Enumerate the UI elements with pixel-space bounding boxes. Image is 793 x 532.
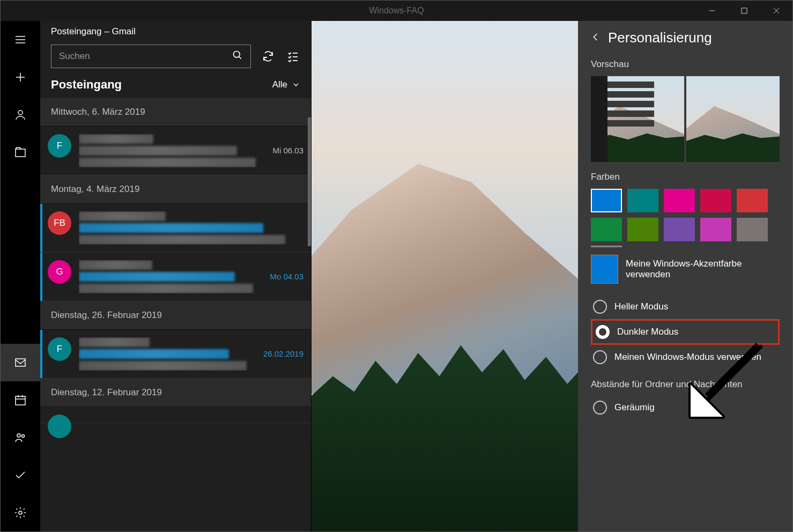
account-title: Posteingang – Gmail [51, 26, 300, 37]
message-list[interactable]: Mittwoch, 6. März 2019FMi 06.03Montag, 4… [40, 98, 311, 531]
radio-icon [593, 300, 607, 314]
mode-option-light[interactable]: Heller Modus [591, 294, 780, 319]
message-row[interactable] [40, 407, 311, 423]
svg-rect-12 [16, 396, 25, 405]
preview-label: Vorschau [591, 59, 780, 70]
date-header: Montag, 4. März 2019 [40, 175, 311, 204]
accounts-icon[interactable] [1, 96, 40, 134]
search-icon[interactable] [232, 50, 243, 63]
message-preview [79, 211, 296, 245]
color-swatch[interactable] [700, 218, 731, 241]
maximize-button[interactable] [728, 1, 760, 21]
settings-icon[interactable] [1, 494, 40, 531]
search-box[interactable] [51, 45, 251, 68]
inbox-title: Posteingang [51, 78, 122, 92]
reading-pane-background [312, 21, 578, 531]
avatar: G [48, 260, 71, 284]
mode-label: Dunkler Modus [617, 327, 678, 337]
todo-icon[interactable] [1, 456, 40, 494]
mode-label: Heller Modus [614, 301, 668, 312]
folders-icon[interactable] [1, 134, 40, 171]
message-row[interactable]: F26.02.2019 [40, 330, 311, 379]
color-swatch[interactable] [700, 189, 731, 212]
chevron-down-icon [292, 80, 300, 89]
sync-icon[interactable] [261, 49, 276, 64]
color-swatch[interactable] [737, 189, 768, 212]
people-icon[interactable] [1, 419, 40, 456]
filter-dropdown[interactable]: Alle [272, 79, 300, 90]
date-header: Dienstag, 26. Februar 2019 [40, 301, 311, 330]
menu-icon[interactable] [1, 21, 40, 58]
list-header: Posteingang – Gmail Posteingang Alle [40, 21, 311, 98]
search-input[interactable] [59, 51, 232, 62]
color-swatch[interactable] [591, 218, 622, 241]
color-grid [591, 189, 780, 241]
color-swatch[interactable] [591, 189, 622, 212]
svg-point-9 [18, 110, 23, 115]
svg-point-16 [17, 434, 20, 437]
app-window: Windows-FAQ [0, 0, 793, 532]
message-date: Mo 04.03 [270, 272, 303, 281]
color-swatch[interactable] [737, 218, 768, 241]
preview [591, 76, 780, 162]
mail-icon[interactable] [1, 344, 40, 381]
select-mode-icon[interactable] [285, 49, 300, 64]
date-header: Mittwoch, 6. März 2019 [40, 98, 311, 127]
color-swatch[interactable] [627, 218, 658, 241]
svg-rect-1 [742, 8, 747, 13]
color-swatch[interactable] [627, 189, 658, 212]
radio-icon [593, 350, 607, 364]
preview-image [686, 76, 780, 162]
svg-line-20 [239, 57, 241, 59]
window-controls [696, 1, 792, 21]
message-row[interactable]: GMo 04.03 [40, 253, 311, 301]
accent-option[interactable]: Meine Windows-Akzentfarbe verwenden [591, 255, 780, 284]
filter-label: Alle [272, 79, 287, 90]
message-row[interactable]: FB [40, 204, 311, 253]
accent-underline [591, 246, 622, 247]
titlebar: Windows-FAQ [1, 1, 792, 21]
message-row[interactable]: FMi 06.03 [40, 127, 311, 175]
message-preview [79, 134, 265, 167]
color-swatch[interactable] [664, 189, 695, 212]
svg-point-18 [19, 511, 22, 514]
message-list-pane: Posteingang – Gmail Posteingang Alle [40, 21, 312, 531]
settings-pane: Personalisierung Vorschau Farben Meine W… [578, 21, 792, 531]
accent-swatch [591, 255, 618, 284]
color-swatch[interactable] [664, 218, 695, 241]
avatar [48, 415, 71, 438]
accent-label: Meine Windows-Akzentfarbe verwenden [626, 258, 780, 280]
message-preview [79, 337, 256, 371]
message-preview [79, 415, 296, 415]
content: Posteingang – Gmail Posteingang Alle [1, 21, 792, 531]
colors-label: Farben [591, 172, 780, 182]
mode-option-dark[interactable]: Dunkler Modus [591, 319, 780, 345]
message-preview [79, 260, 262, 293]
svg-point-17 [22, 435, 25, 438]
minimize-button[interactable] [696, 1, 728, 21]
svg-rect-11 [16, 359, 25, 366]
close-button[interactable] [760, 1, 792, 21]
message-date: 26.02.2019 [263, 349, 303, 358]
avatar: F [48, 337, 71, 361]
compose-icon[interactable] [1, 58, 40, 96]
radio-icon [593, 401, 607, 415]
settings-title: Personalisierung [608, 29, 712, 46]
avatar: F [48, 134, 71, 158]
message-date: Mi 06.03 [272, 146, 303, 155]
calendar-icon[interactable] [1, 381, 40, 419]
svg-rect-10 [16, 149, 25, 157]
annotation-arrow [669, 342, 771, 424]
preview-dark [591, 76, 684, 162]
scrollbar[interactable] [308, 117, 311, 531]
spacing-option-label: Geräumig [614, 402, 655, 413]
watermark: Windows-FAQ [369, 6, 424, 16]
avatar: FB [48, 211, 71, 235]
date-header: Dienstag, 12. Februar 2019 [40, 379, 311, 407]
svg-point-19 [234, 51, 240, 58]
radio-icon [596, 325, 610, 339]
back-button[interactable] [591, 32, 601, 44]
sidebar [1, 21, 40, 531]
